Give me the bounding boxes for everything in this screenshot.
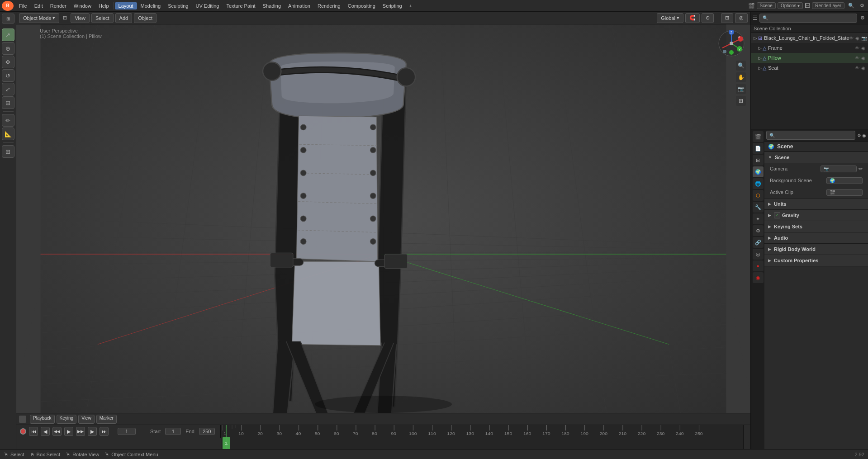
viewport-zoom-icon[interactable]: 🔍 — [736, 61, 746, 71]
snap-btn[interactable]: 🧲 — [685, 13, 700, 23]
prop-tab-constraints[interactable]: 🔗 — [753, 237, 764, 248]
prop-tab-scene[interactable]: 🌍 — [753, 166, 764, 177]
scene-name-input[interactable]: Scene — [757, 2, 776, 9]
filter-btn[interactable]: ⚙ — [858, 3, 866, 9]
viewport-add-menu[interactable]: Add — [115, 13, 133, 23]
seat-cam-icon[interactable]: ◉ — [861, 66, 865, 71]
xray-btn[interactable]: ◎ — [735, 13, 748, 23]
prop-tab-data[interactable]: ◎ — [753, 249, 764, 260]
gravity-section-header[interactable]: ▶ ✓ Gravity — [764, 210, 868, 221]
custom-properties-header[interactable]: ▶ Custom Properties — [764, 255, 868, 266]
proportional-edit-btn[interactable]: ⊙ — [702, 13, 714, 23]
active-clip-value[interactable]: 🎬 — [826, 189, 863, 196]
outliner-item-seat[interactable]: ▷ △ Seat 👁 ◉ — [751, 63, 868, 73]
scene-options-btn[interactable]: Options ▾ — [778, 2, 803, 9]
workspace-modeling[interactable]: Modeling — [137, 2, 165, 9]
timeline-marker-menu[interactable]: Marker — [96, 415, 117, 424]
workspace-uv-editing[interactable]: UV Editing — [192, 2, 223, 9]
prop-tab-render[interactable]: 🎬 — [753, 131, 764, 142]
mode-select-btn[interactable]: ⊞ — [2, 14, 14, 24]
prop-tab-shader[interactable]: ◉ — [753, 272, 764, 283]
timeline-playback-menu[interactable]: Playback — [30, 415, 55, 424]
prop-icon-2[interactable]: ◉ — [862, 133, 866, 138]
menu-edit[interactable]: Edit — [31, 2, 47, 9]
prop-tab-world[interactable]: 🌐 — [753, 178, 764, 189]
rotate-tool-btn[interactable]: ↺ — [2, 69, 14, 82]
viewport-object-menu[interactable]: Object — [134, 13, 157, 23]
prop-tab-output[interactable]: 📄 — [753, 143, 764, 154]
prop-tab-view-layer[interactable]: ⊞ — [753, 155, 764, 166]
step-back2-btn[interactable]: ◀◀ — [52, 427, 62, 436]
workspace-rendering[interactable]: Rendering — [314, 2, 344, 9]
frame-cam-icon[interactable]: ◉ — [861, 46, 865, 51]
camera-value[interactable]: 📷 — [821, 166, 857, 172]
outliner-search-input[interactable]: 🔍 — [759, 14, 857, 23]
rigid-body-world-header[interactable]: ▶ Rigid Body World — [764, 244, 868, 255]
workspace-texture-paint[interactable]: Texture Paint — [223, 2, 259, 9]
workspace-animation[interactable]: Animation — [285, 2, 314, 9]
properties-search-input[interactable]: 🔍 — [766, 131, 855, 140]
transform-orientation-btn[interactable]: Global ▾ — [657, 13, 683, 23]
viewport-options-btn[interactable]: ⊞ — [61, 15, 69, 21]
jump-end-btn[interactable]: ⏭ — [100, 427, 109, 436]
viewport-select-menu[interactable]: Select — [91, 13, 114, 23]
prop-tab-modifiers[interactable]: 🔧 — [753, 202, 764, 213]
viewport-grid-icon[interactable]: ⊞ — [736, 96, 746, 106]
viewport-icon[interactable]: ◉ — [855, 36, 859, 41]
scale-tool-btn[interactable]: ⤢ — [2, 83, 14, 95]
outliner-item-frame[interactable]: ▷ △ Frame 👁 ◉ — [751, 43, 868, 53]
render-icon[interactable]: 📷 — [861, 36, 867, 41]
current-frame-input[interactable]: 1 — [118, 428, 136, 435]
viewport-mode-btn[interactable]: Object Mode ▾ — [19, 13, 59, 23]
end-frame-input[interactable]: 250 — [199, 428, 215, 435]
prop-tab-particles[interactable]: ✦ — [753, 213, 764, 224]
menu-render[interactable]: Render — [47, 2, 70, 9]
search-btn[interactable]: 🔍 — [846, 3, 856, 9]
workspace-sculpting[interactable]: Sculpting — [164, 2, 192, 9]
jump-start-btn[interactable]: ⏮ — [29, 427, 38, 436]
render-layer-input[interactable]: RenderLayer — [812, 2, 844, 9]
pillow-vis-icon[interactable]: 👁 — [855, 56, 859, 61]
overlay-btn[interactable]: ⊞ — [721, 13, 733, 23]
navigation-gizmo[interactable]: X Y Z — [718, 30, 745, 57]
menu-file[interactable]: File — [15, 2, 31, 9]
outliner-item-collection[interactable]: ▷ ⊞ Black_Lounge_Chair_in_Folded_State 👁… — [751, 33, 868, 43]
measure-tool-btn[interactable]: 📐 — [2, 128, 14, 140]
3d-viewport[interactable]: User Perspective (1) Scene Collection | … — [16, 24, 750, 413]
gravity-checkbox[interactable]: ✓ — [774, 212, 780, 218]
timeline-view-menu[interactable]: View — [78, 415, 95, 424]
scene-section-header[interactable]: ▼ Scene — [764, 152, 868, 163]
units-section-header[interactable]: ▶ Units — [764, 199, 868, 209]
step-forward2-btn[interactable]: ▶▶ — [76, 427, 85, 436]
timeline-keying-menu[interactable]: Keying — [57, 415, 77, 424]
bg-scene-value[interactable]: 🌍 — [826, 177, 863, 184]
play-btn[interactable]: ▶ — [64, 427, 73, 436]
step-forward-btn[interactable]: ▶ — [88, 427, 97, 436]
menu-help[interactable]: Help — [95, 2, 113, 9]
outliner-item-pillow[interactable]: ▷ △ Pillow 👁 ◉ — [751, 53, 868, 63]
pillow-cam-icon[interactable]: ◉ — [861, 56, 865, 61]
visibility-icon[interactable]: 👁 — [849, 36, 854, 41]
prop-tab-material[interactable]: ● — [753, 260, 764, 271]
frame-vis-icon[interactable]: 👁 — [855, 46, 859, 51]
annotate-tool-btn[interactable]: ✏ — [2, 114, 14, 127]
workspace-shading[interactable]: Shading — [259, 2, 285, 9]
workspace-scripting[interactable]: Scripting — [379, 2, 406, 9]
viewport-camera-icon[interactable]: 📷 — [736, 84, 746, 94]
step-back-btn[interactable]: ◀ — [41, 427, 50, 436]
keying-sets-header[interactable]: ▶ Keying Sets — [764, 221, 868, 232]
start-frame-input[interactable]: 1 — [165, 428, 181, 435]
timeline-right-scroll[interactable] — [743, 425, 750, 449]
timeline-ruler[interactable]: 1 10 20 30 40 50 — [221, 425, 743, 449]
prop-tab-object[interactable]: ⬡ — [753, 190, 764, 201]
prop-icon-1[interactable]: ⚙ — [857, 133, 861, 138]
prop-tab-physics[interactable]: ⚙ — [753, 225, 764, 236]
workspace-layout[interactable]: Layout — [115, 2, 137, 9]
audio-section-header[interactable]: ▶ Audio — [764, 232, 868, 243]
viewport-hand-icon[interactable]: ✋ — [736, 72, 746, 82]
viewport-view-menu[interactable]: View — [71, 13, 90, 23]
add-workspace-button[interactable]: + — [406, 2, 416, 9]
outliner-filter-btn[interactable]: ⚙ — [859, 15, 866, 21]
menu-window[interactable]: Window — [70, 2, 95, 9]
move-tool-btn[interactable]: ✥ — [2, 56, 14, 68]
